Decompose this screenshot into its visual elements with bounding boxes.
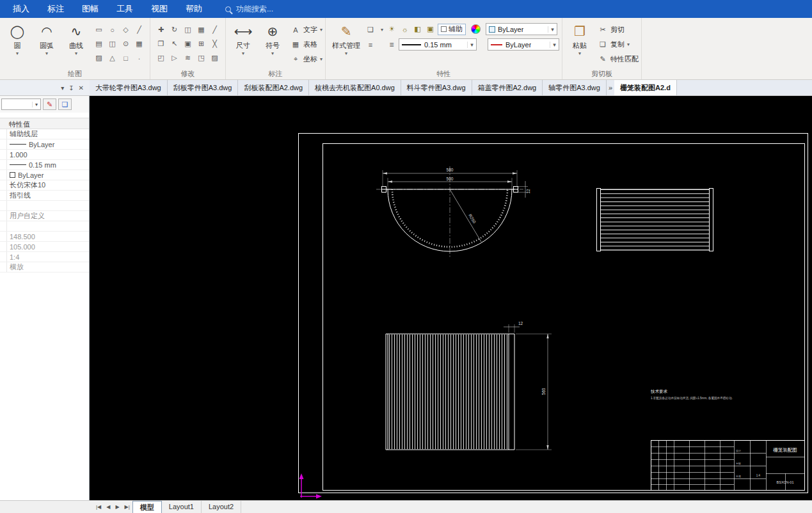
- property-row-textstyle[interactable]: 长仿宋体10: [0, 180, 89, 191]
- copy-tool-icon[interactable]: ❐: [155, 38, 167, 50]
- color-select[interactable]: ByLayer ▾: [488, 38, 559, 51]
- layer-select[interactable]: ByLayer ▾: [486, 23, 557, 35]
- hatch-tool-icon[interactable]: ▤: [93, 38, 105, 50]
- layer-lock-icon[interactable]: ◧: [412, 24, 423, 35]
- box-tool-icon[interactable]: □: [120, 52, 132, 64]
- cut-button[interactable]: ✂ 剪切: [598, 22, 639, 37]
- next-layout-button[interactable]: ▶: [113, 504, 122, 510]
- toggle-value-button[interactable]: ❏: [58, 99, 72, 110]
- arc-icon: ◠: [41, 22, 52, 41]
- chamfer-tool-icon[interactable]: ▷: [168, 52, 180, 64]
- circle-tool-button[interactable]: ◯ 圆 ▾: [3, 20, 32, 56]
- palette-close-icon[interactable]: ✕: [79, 84, 84, 91]
- symbol-tool-button[interactable]: ⊕ 符号 ▾: [258, 20, 287, 56]
- property-row-leader[interactable]: 指引线: [0, 191, 89, 201]
- polygon-tool-icon[interactable]: ◇: [120, 24, 132, 36]
- erase-tool-icon[interactable]: ╳: [209, 38, 221, 50]
- match-properties-button[interactable]: ✎ 特性匹配: [598, 52, 639, 67]
- stretch-tool-icon[interactable]: ↖: [168, 38, 180, 50]
- spline-tool-button[interactable]: ∿ 曲线 ▾: [61, 20, 91, 56]
- trim-tool-icon[interactable]: ╱: [209, 24, 221, 36]
- line-tool-icon[interactable]: ╱: [133, 24, 145, 36]
- doc-tab[interactable]: 料斗零件图A3.dwg: [401, 80, 472, 95]
- color-wheel-icon[interactable]: [471, 24, 481, 34]
- menu-help[interactable]: 帮助: [177, 0, 211, 18]
- offset-tool-icon[interactable]: ⊞: [195, 38, 207, 50]
- coordinate-tool-button[interactable]: ⌖ 坐标 ▾: [291, 52, 322, 67]
- arc-tool-button[interactable]: ◠ 圆弧 ▾: [32, 20, 61, 56]
- doc-tab[interactable]: 刮板装配图A2.dwg: [238, 80, 309, 95]
- chevron-down-icon: ▾: [578, 51, 581, 56]
- join-tool-icon[interactable]: ▨: [209, 52, 221, 64]
- text-tool-button[interactable]: A 文字 ▾: [291, 22, 322, 37]
- doc-tab[interactable]: 刮板零件图A3.dwg: [168, 80, 239, 95]
- scale-tool-icon[interactable]: ▣: [182, 38, 194, 50]
- aux-layer-checkbox[interactable]: 辅助: [438, 24, 466, 35]
- break-tool-icon[interactable]: ◳: [195, 52, 207, 64]
- list-style-button[interactable]: ≡: [365, 37, 383, 52]
- function-search[interactable]: 功能搜索...: [225, 4, 273, 15]
- layer-plot-icon[interactable]: ▣: [425, 24, 436, 35]
- menu-view[interactable]: 视图: [142, 0, 177, 18]
- property-row-userdefined[interactable]: 用户自定义: [0, 211, 89, 221]
- menu-sheet[interactable]: 图幅: [73, 0, 107, 18]
- palette-dropdown-icon[interactable]: ▾: [61, 84, 64, 91]
- rotate-tool-icon[interactable]: ↻: [168, 24, 180, 36]
- array-tool-icon[interactable]: ▦: [195, 24, 207, 36]
- dimension-tool-button[interactable]: ⟷ 尺寸 ▾: [228, 20, 258, 56]
- layout2-tab[interactable]: Layout2: [202, 501, 241, 513]
- model-tab[interactable]: 模型: [132, 501, 162, 513]
- last-layout-button[interactable]: ▶|: [122, 504, 132, 510]
- rectangle-tool-icon[interactable]: ▭: [93, 24, 105, 36]
- lineweight-sample-icon: [402, 44, 421, 45]
- menu-tools[interactable]: 工具: [107, 0, 142, 18]
- property-row-lineweight[interactable]: 0.15 mm: [0, 160, 89, 170]
- property-row-linetype-scale[interactable]: 1.000: [0, 150, 89, 160]
- donut-tool-icon[interactable]: ⊙: [120, 38, 132, 50]
- selection-filter-select[interactable]: ▾: [1, 99, 41, 110]
- layout1-tab[interactable]: Layout1: [162, 501, 202, 513]
- doc-tab[interactable]: 箱盖零件图A2.dwg: [472, 80, 543, 95]
- move-tool-icon[interactable]: ✚: [155, 24, 167, 36]
- previous-layout-button[interactable]: ◀: [104, 504, 113, 510]
- doc-tab-active[interactable]: 栅笼装配图A2.d: [614, 80, 677, 95]
- plot-style-button[interactable]: ❏ ▾: [365, 22, 383, 37]
- gradient-tool-icon[interactable]: ▨: [93, 52, 105, 64]
- region-tool-icon[interactable]: ◫: [106, 38, 118, 50]
- linetype-list-icon[interactable]: ≡: [386, 40, 397, 49]
- property-row-orientation[interactable]: 横放: [0, 262, 89, 272]
- fillet-tool-icon[interactable]: ◰: [155, 52, 167, 64]
- doc-tab[interactable]: 大带轮零件图A3.dwg: [90, 80, 168, 95]
- property-row-linetype[interactable]: ByLayer: [0, 139, 89, 150]
- point-tool-icon[interactable]: ∙: [133, 52, 145, 64]
- property-row-blank: [0, 201, 89, 211]
- property-row-height[interactable]: 105.000: [0, 242, 89, 252]
- property-row-width[interactable]: 148.500: [0, 232, 89, 242]
- layer-thaw-icon[interactable]: ☼: [399, 24, 410, 35]
- layer-on-icon[interactable]: ☀: [386, 24, 397, 35]
- drawing-canvas[interactable]: R250 580 500 12: [90, 96, 812, 500]
- property-row-scale[interactable]: 1:4: [0, 252, 89, 262]
- chevron-down-icon: ▾: [320, 27, 322, 33]
- property-row-blank: [0, 221, 89, 232]
- menu-annotate[interactable]: 标注: [38, 0, 73, 18]
- style-manager-button[interactable]: ✎ 样式管理 ▾: [328, 20, 364, 56]
- table-tool-icon[interactable]: ▦: [133, 38, 145, 50]
- first-layout-button[interactable]: |◀: [93, 504, 104, 510]
- paste-button[interactable]: ❐ 粘贴 ▾: [565, 20, 594, 56]
- doc-tab[interactable]: 核桃去壳机装配图A0.dwg: [309, 80, 401, 95]
- tab-overflow-icon[interactable]: »: [607, 80, 614, 95]
- mirror-tool-icon[interactable]: ◫: [182, 24, 194, 36]
- palette-pin-icon[interactable]: ↧: [68, 84, 74, 91]
- copy-button[interactable]: ❏ 复制 ▾: [598, 37, 639, 52]
- doc-tab[interactable]: 轴零件图A3.dwg: [543, 80, 607, 95]
- menu-insert[interactable]: 插入: [4, 0, 38, 18]
- explode-tool-icon[interactable]: ≋: [182, 52, 194, 64]
- quick-select-button[interactable]: ✎: [43, 99, 56, 110]
- property-row-color[interactable]: ByLayer: [0, 170, 89, 180]
- lineweight-select[interactable]: 0.15 mm ▾: [399, 38, 477, 51]
- ellipse-tool-icon[interactable]: ○: [106, 24, 118, 36]
- property-row-layer[interactable]: 辅助线层: [0, 129, 89, 139]
- table-tool-button[interactable]: ▦ 表格: [291, 37, 322, 52]
- triangle-tool-icon[interactable]: △: [106, 52, 118, 64]
